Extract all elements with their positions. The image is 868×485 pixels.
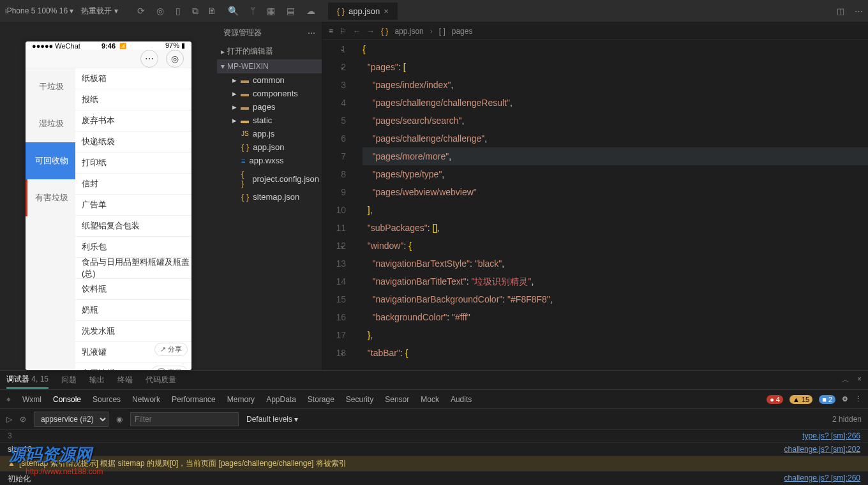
refresh-icon[interactable]: ⟳ bbox=[137, 6, 145, 17]
js-icon: JS bbox=[241, 130, 249, 137]
file-item[interactable]: JS app.js bbox=[220, 127, 322, 140]
file-item[interactable]: ≡ app.wxss bbox=[220, 154, 322, 167]
code-content[interactable]: 1⌄2⌄3456789101112⌄131415161718⌄ { "pages… bbox=[322, 40, 868, 370]
devtools-tab[interactable]: Mock bbox=[421, 395, 439, 404]
folder-item[interactable]: ▸ ▬ common bbox=[220, 73, 322, 87]
error-badge[interactable]: ● 4 bbox=[767, 395, 783, 404]
phone-frame: ●●●●● WeChat📶 9:46 97% ▮ ⋯ ◎ 干垃圾 湿垃圾 可回收… bbox=[26, 41, 191, 370]
list-item[interactable]: 纸板箱 bbox=[75, 68, 191, 89]
debug-tab-terminal[interactable]: 终端 bbox=[117, 372, 133, 388]
file-item[interactable]: { } project.config.json bbox=[220, 167, 322, 190]
info-badge[interactable]: ■ 2 bbox=[819, 395, 835, 404]
title-bar: iPhone 5 100% 16 ▾ 热重载开 ▾ ⟳ ◎ ▯ ⧉ 🗎 🔍 ᛘ … bbox=[0, 0, 868, 22]
close-icon[interactable]: × bbox=[384, 6, 389, 16]
devtools-tab[interactable]: Wxml bbox=[22, 395, 41, 404]
warn-badge[interactable]: ▲ 15 bbox=[789, 395, 812, 404]
inspect-icon[interactable]: ⌖ bbox=[6, 395, 11, 404]
cloud-icon[interactable]: ☁ bbox=[306, 6, 315, 16]
console-output[interactable]: 3 type.js? [sm]:266size:10challenge.js? … bbox=[0, 429, 868, 485]
target-icon[interactable]: ◎ bbox=[156, 6, 164, 17]
breadcrumb-path[interactable]: pages bbox=[452, 27, 473, 36]
file-item[interactable]: { } app.json bbox=[220, 140, 322, 154]
devtools-tab-console[interactable]: Console bbox=[53, 395, 81, 404]
device-selector[interactable]: iPhone 5 100% 16 ▾ bbox=[5, 6, 73, 15]
json-icon: { } bbox=[381, 27, 388, 36]
folder-item[interactable]: ▸ ▬ static bbox=[220, 114, 322, 127]
breadcrumb[interactable]: ≡ ⚐ ← → { } app.json › [ ] pages bbox=[322, 22, 868, 40]
forward-icon[interactable]: → bbox=[367, 27, 375, 36]
connection-toggle[interactable]: 热重载开 ▾ bbox=[81, 6, 117, 17]
category-item[interactable]: 干垃圾 bbox=[26, 68, 75, 105]
list-item[interactable]: 纸塑铝复合包装 bbox=[75, 216, 191, 237]
search-icon[interactable]: 🔍 bbox=[228, 6, 239, 16]
folder-item[interactable]: ▸ ▬ pages bbox=[220, 100, 322, 114]
item-list[interactable]: 纸板箱 报纸 废弃书本 快递纸袋 打印纸 信封 广告单 纸塑铝复合包装 利乐包 … bbox=[75, 68, 191, 370]
capsule-menu-icon[interactable]: ⋯ bbox=[140, 50, 158, 68]
play-icon[interactable]: ▷ bbox=[6, 415, 12, 424]
devtools-tab[interactable]: Sources bbox=[93, 395, 121, 404]
eye-icon[interactable]: ◉ bbox=[116, 415, 123, 424]
more-icon[interactable]: ⋯ bbox=[855, 6, 863, 16]
back-icon[interactable]: ← bbox=[353, 27, 361, 36]
clipboard-icon[interactable]: 🗎 bbox=[207, 6, 216, 16]
panel-icon[interactable]: ▤ bbox=[287, 6, 295, 16]
category-item-active[interactable]: 可回收物 bbox=[26, 142, 75, 179]
device-icon[interactable]: ▯ bbox=[176, 6, 181, 17]
grid-icon[interactable]: ▦ bbox=[267, 6, 275, 16]
devtools-tab[interactable]: AppData bbox=[266, 395, 296, 404]
chevron-up-icon[interactable]: ︿ bbox=[842, 375, 849, 385]
list-item[interactable]: 报纸 bbox=[75, 89, 191, 110]
list-item[interactable]: 奶瓶 bbox=[75, 300, 191, 321]
file-explorer: 资源管理器 ⋯ ▸ 打开的编辑器 ▾ MP-WEIXIN ▸ ▬ common … bbox=[217, 22, 322, 370]
file-item[interactable]: { } sitemap.json bbox=[220, 190, 322, 204]
json-icon: { } bbox=[337, 6, 345, 16]
more-icon[interactable]: ⋯ bbox=[308, 29, 315, 38]
devtools-tab[interactable]: Audits bbox=[451, 395, 472, 404]
devtools-tab[interactable]: Network bbox=[132, 395, 160, 404]
list-item[interactable]: 废弃书本 bbox=[75, 110, 191, 131]
open-editors-section[interactable]: ▸ 打开的编辑器 bbox=[217, 43, 322, 59]
levels-selector[interactable]: Default levels ▾ bbox=[246, 415, 298, 424]
list-item[interactable]: 利乐包 bbox=[75, 237, 191, 258]
more-icon[interactable]: ⋮ bbox=[855, 395, 862, 403]
filter-input[interactable] bbox=[130, 412, 239, 426]
share-float-button[interactable]: ↗ 分享 bbox=[154, 343, 188, 356]
workspace-section[interactable]: ▾ MP-WEIXIN bbox=[217, 59, 322, 73]
devtools-tab[interactable]: Security bbox=[346, 395, 373, 404]
category-item[interactable]: 有害垃圾 bbox=[26, 179, 75, 216]
copy-icon[interactable]: ⧉ bbox=[192, 6, 198, 17]
list-item[interactable]: 信封 bbox=[75, 174, 191, 195]
category-item[interactable]: 湿垃圾 bbox=[26, 105, 75, 142]
breadcrumb-file[interactable]: app.json bbox=[394, 27, 423, 36]
layout-icon[interactable]: ◫ bbox=[837, 6, 844, 16]
devtools-tab[interactable]: Storage bbox=[308, 395, 334, 404]
bookmark-icon[interactable]: ⚐ bbox=[340, 27, 347, 36]
debug-tab-problems[interactable]: 问题 bbox=[61, 372, 77, 388]
hidden-count[interactable]: 2 hidden bbox=[832, 415, 862, 424]
clear-icon[interactable]: ⊘ bbox=[20, 415, 26, 424]
category-sidebar: 干垃圾 湿垃圾 可回收物 有害垃圾 bbox=[26, 68, 75, 370]
branch-icon[interactable]: ᛘ bbox=[250, 6, 255, 16]
list-item[interactable]: 洗发水瓶 bbox=[75, 321, 191, 342]
list-item[interactable]: 广告单 bbox=[75, 195, 191, 216]
debug-tab-quality[interactable]: 代码质量 bbox=[146, 372, 176, 388]
debug-tab-debugger[interactable]: 调试器 4, 15 bbox=[6, 371, 49, 389]
close-icon[interactable]: × bbox=[857, 375, 862, 385]
status-time: 9:46 bbox=[101, 42, 116, 50]
watermark: 源码资源网 bbox=[9, 444, 92, 466]
list-item[interactable]: 食品与日用品塑料瓶罐及瓶盖(总) bbox=[75, 258, 191, 279]
devtools-tab[interactable]: Memory bbox=[227, 395, 255, 404]
gear-icon[interactable]: ⚙ bbox=[842, 395, 848, 403]
list-item[interactable]: 快递纸袋 bbox=[75, 131, 191, 153]
list-item[interactable]: 打印纸 bbox=[75, 153, 191, 174]
devtools-tab[interactable]: Sensor bbox=[385, 395, 409, 404]
debug-tab-output[interactable]: 输出 bbox=[89, 372, 105, 388]
devtools-tab[interactable]: Performance bbox=[172, 395, 216, 404]
menu-icon[interactable]: ≡ bbox=[329, 27, 333, 36]
list-item[interactable]: 饮料瓶 bbox=[75, 279, 191, 300]
service-float-button[interactable]: 💬 客服 bbox=[151, 366, 188, 370]
editor-tab[interactable]: { } app.json × bbox=[328, 3, 398, 20]
folder-item[interactable]: ▸ ▬ components bbox=[220, 87, 322, 100]
capsule-close-icon[interactable]: ◎ bbox=[166, 50, 184, 68]
context-selector[interactable]: appservice (#2) bbox=[34, 412, 108, 427]
